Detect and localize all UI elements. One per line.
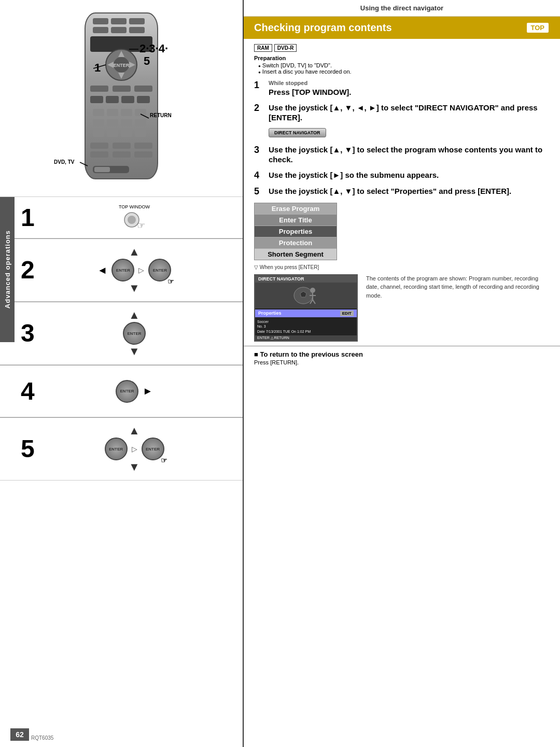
edit-btn: EDIT [340, 311, 354, 316]
instr-step-5: 5 Use the joystick [▲, ▼] to select "Pro… [254, 186, 550, 198]
media-tag-dvdr: DVD-R [274, 44, 297, 52]
screen-preview: DIRECT NAVIGATOR Properties EDIT [254, 274, 358, 342]
step5-text: Use the joystick [▲, ▼] to select "Prope… [269, 186, 550, 196]
svg-rect-39 [134, 151, 152, 158]
program-title: Soccer [257, 319, 355, 325]
svg-rect-31 [107, 130, 118, 137]
screen-preview-row: DIRECT NAVIGATOR Properties EDIT [254, 274, 550, 342]
step2-text: Use the joystick [▲, ▼, ◄, ►] to select … [269, 103, 550, 123]
step-2-left: 2 ▲ ◄ ENTER ▷ ENTER ☞ ▼ [0, 239, 243, 302]
svg-rect-27 [107, 119, 118, 126]
remote-area: ENTER [0, 0, 243, 197]
media-tag-ram: RAM [254, 44, 272, 52]
screen-bottom-label: ENTER △ RETURN [257, 336, 289, 340]
svg-rect-24 [121, 109, 132, 116]
instr-step-1: 1 While stopped Press [TOP WINDOW]. [254, 80, 550, 97]
instr-num-5: 5 [254, 186, 263, 198]
svg-rect-28 [121, 119, 132, 126]
instr-num-2: 2 [254, 103, 263, 114]
step1-substep: While stopped [269, 80, 550, 86]
svg-point-47 [128, 216, 136, 224]
up-arrow-3: ▲ [129, 308, 140, 322]
step1-hand-icon: ☞ [121, 210, 147, 231]
svg-rect-19 [106, 96, 119, 103]
step-3-content: ▲ ENTER ▼ [47, 308, 222, 358]
svg-rect-35 [113, 143, 131, 149]
step-4-content: ENTER ► [47, 380, 222, 403]
svg-text:☞: ☞ [137, 220, 145, 231]
dvd-tv-label: DVD, TV [54, 159, 74, 165]
model-number: RQT6035 [31, 735, 53, 741]
svg-rect-30 [93, 130, 104, 137]
svg-text:ENTER: ENTER [114, 63, 130, 68]
svg-rect-4 [93, 27, 108, 33]
svg-rect-2 [111, 18, 127, 24]
return-title: To return to the previous screen [254, 350, 550, 358]
screen-return-bar: ENTER △ RETURN [255, 335, 357, 341]
tri-right-5: ▷ [132, 445, 137, 453]
svg-rect-20 [121, 96, 134, 103]
title-bar: Checking program contents TOP [244, 17, 560, 39]
svg-line-55 [313, 300, 315, 304]
step-number-4: 4 [21, 379, 47, 404]
menu-list: Erase Program Enter Title Properties Pro… [254, 203, 337, 260]
svg-rect-3 [129, 18, 145, 24]
instr-num-3: 3 [254, 145, 263, 156]
svg-rect-17 [134, 86, 152, 92]
menu-item-protection: Protection [255, 237, 337, 249]
info-line-1: No. 3 [257, 324, 355, 329]
prep-title: Preparation [254, 55, 550, 61]
enter-btn-5a: ENTER [105, 438, 128, 460]
svg-rect-21 [137, 96, 150, 103]
top-badge: TOP [526, 22, 550, 34]
page-title: Checking program contents [254, 22, 392, 34]
right-panel: Using the direct navigator Checking prog… [244, 0, 560, 747]
when-press-label: When you press [ENTER] [254, 264, 560, 270]
tri-right-2: ▷ [138, 266, 144, 274]
left-arrow-2: ◄ [97, 264, 108, 276]
svg-rect-32 [121, 130, 132, 137]
menu-item-properties: Properties [255, 226, 337, 237]
screen-header-bar: DIRECT NAVIGATOR [255, 275, 357, 283]
step-number-1: 1 [21, 205, 47, 230]
step-number-2: 2 [21, 258, 47, 283]
up-arrow-5: ▲ [129, 424, 140, 438]
properties-label: Properties [258, 311, 282, 316]
prep-item-2: Insert a disc you have recorded on. [258, 68, 550, 75]
svg-rect-5 [111, 27, 127, 33]
menu-item-enter-title: Enter Title [255, 215, 337, 226]
page-number: 62 [10, 728, 29, 741]
label-2345: 2·3·4· 5 [139, 43, 168, 67]
step-1-left: 1 TOP WINDOW ☞ [0, 197, 243, 238]
svg-rect-15 [90, 86, 108, 92]
prep-item-1: Switch [DVD, TV] to "DVD". [258, 62, 550, 68]
preparation-section: Preparation Switch [DVD, TV] to "DVD". I… [244, 55, 560, 80]
screen-header-left: DIRECT NAVIGATOR [258, 276, 304, 281]
screen-thumbnail [255, 283, 357, 308]
instr-num-1: 1 [254, 80, 263, 91]
svg-rect-34 [90, 143, 108, 149]
svg-rect-36 [134, 143, 152, 149]
step1-text: Press [TOP WINDOW]. [269, 87, 550, 97]
svg-rect-23 [107, 109, 118, 116]
svg-rect-37 [90, 151, 108, 158]
down-arrow-5: ▼ [129, 460, 140, 474]
step-4-left: 4 ENTER ► [0, 365, 243, 417]
label-1: 1 [94, 61, 101, 75]
svg-rect-22 [93, 109, 104, 116]
svg-point-51 [310, 288, 315, 293]
down-arrow-3: ▼ [129, 345, 140, 358]
direct-nav-btn: DIRECT NAVIGATOR [269, 128, 326, 137]
return-text: Press [RETURN]. [254, 359, 550, 365]
svg-rect-25 [135, 109, 146, 116]
up-arrow-2: ▲ [129, 245, 140, 259]
media-tags: RAM DVD-R [244, 44, 560, 52]
svg-rect-16 [113, 86, 131, 92]
svg-rect-1 [93, 18, 108, 24]
instr-num-4: 4 [254, 170, 263, 181]
soccer-icon [293, 285, 319, 306]
screen-properties-bar: Properties EDIT [255, 309, 357, 317]
down-arrow-2: ▼ [129, 281, 140, 295]
enter-btn-4: ENTER [116, 380, 138, 403]
svg-rect-41 [94, 167, 110, 172]
